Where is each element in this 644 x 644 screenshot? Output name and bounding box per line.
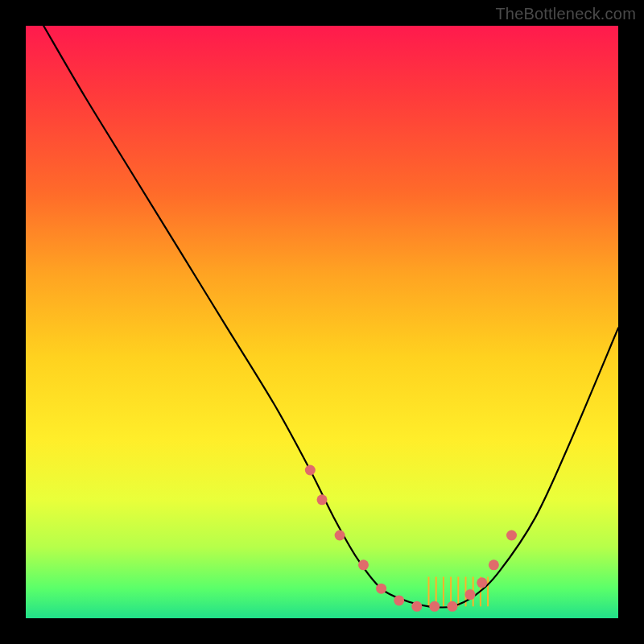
- highlight-dot: [411, 601, 422, 612]
- highlight-dot: [429, 601, 440, 612]
- highlight-dot: [465, 589, 476, 600]
- highlight-dot: [358, 559, 369, 570]
- highlight-dot: [489, 559, 499, 570]
- chart-frame: TheBottleneck.com: [0, 0, 644, 644]
- highlight-dot: [447, 601, 457, 612]
- highlight-dot: [305, 465, 316, 476]
- highlight-dot: [335, 530, 345, 541]
- watermark-label: TheBottleneck.com: [495, 5, 636, 23]
- highlight-dot: [394, 595, 404, 605]
- bottleneck-curve: [43, 26, 618, 608]
- plot-area: [26, 26, 618, 618]
- highlight-dot: [477, 577, 487, 588]
- highlight-dot: [317, 494, 328, 505]
- highlight-dot: [376, 584, 386, 594]
- highlight-dots: [305, 465, 517, 612]
- highlight-dot: [506, 530, 517, 541]
- curve-svg: [26, 26, 618, 618]
